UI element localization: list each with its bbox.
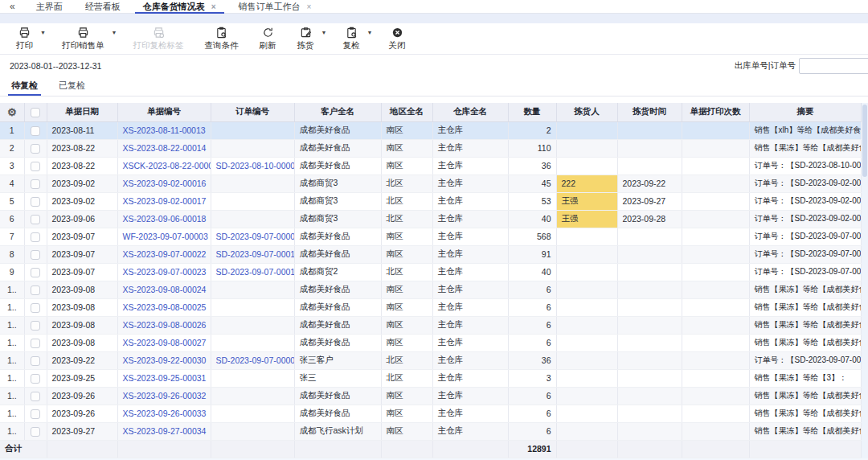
row-select-cell[interactable] bbox=[24, 298, 47, 316]
column-header-pick-time[interactable]: 拣货时间 bbox=[617, 103, 682, 121]
table-row[interactable]: 2 2023-08-22 XS-2023-08-22-00014 成都美好食品 … bbox=[0, 139, 862, 157]
row-checkbox[interactable] bbox=[31, 356, 40, 366]
column-header-print-count[interactable]: 单据打印次数 bbox=[682, 103, 749, 121]
refresh-button[interactable]: 刷新 bbox=[252, 25, 285, 53]
row-select-cell[interactable] bbox=[24, 210, 47, 228]
row-select-cell[interactable] bbox=[24, 139, 47, 157]
doc-no-link[interactable]: XSCK-2023-08-22-00001 bbox=[123, 161, 211, 170]
table-row[interactable]: 1.. 2023-09-26 XS-2023-09-26-00033 成都美好食… bbox=[0, 405, 862, 422]
vertical-scrollbar[interactable] bbox=[862, 103, 868, 458]
table-row[interactable]: 3 2023-08-22 XSCK-2023-08-22-00001 SD-20… bbox=[0, 157, 862, 175]
tab-pending-recheck[interactable]: 待复检 bbox=[11, 80, 38, 96]
print-sales-order-button[interactable]: 打印销售单 ▼ bbox=[54, 25, 113, 53]
row-checkbox[interactable] bbox=[31, 144, 40, 154]
row-select-cell[interactable] bbox=[24, 121, 47, 139]
close-button[interactable]: 关闭 bbox=[381, 25, 414, 53]
tab-rechecked[interactable]: 已复检 bbox=[59, 80, 85, 96]
row-checkbox[interactable] bbox=[31, 197, 40, 207]
doc-no-link[interactable]: XS-2023-09-25-00031 bbox=[123, 373, 207, 383]
doc-no-link[interactable]: XS-2023-09-08-00024 bbox=[123, 285, 207, 294]
collapse-tabs-icon[interactable]: « bbox=[0, 0, 25, 13]
column-header-date[interactable]: 单据日期 bbox=[47, 103, 117, 121]
doc-no-link[interactable]: XS-2023-09-27-00034 bbox=[123, 426, 207, 436]
row-select-cell[interactable] bbox=[24, 369, 47, 387]
column-header-picker[interactable]: 拣货人 bbox=[556, 103, 617, 121]
row-select-cell[interactable] bbox=[24, 192, 47, 210]
scrollbar-thumb[interactable] bbox=[862, 105, 867, 177]
order-no-link[interactable]: SD-2023-09-07-00005 bbox=[216, 355, 295, 365]
gear-icon[interactable]: ⚙ bbox=[7, 106, 17, 118]
row-checkbox[interactable] bbox=[31, 409, 40, 419]
close-tab-icon[interactable]: × bbox=[307, 2, 312, 11]
table-row[interactable]: 6 2023-09-06 XS-2023-09-06-00018 成都商贸3 北… bbox=[0, 210, 862, 228]
column-header-order-no[interactable]: 订单编号 bbox=[211, 103, 294, 121]
row-checkbox[interactable] bbox=[31, 374, 40, 384]
doc-no-link[interactable]: XS-2023-09-22-00030 bbox=[123, 355, 207, 365]
row-checkbox[interactable] bbox=[31, 285, 40, 295]
table-row[interactable]: 7 2023-09-07 WF-2023-09-07-00003 SD-2023… bbox=[0, 228, 862, 245]
table-row[interactable]: 1.. 2023-09-26 XS-2023-09-26-00032 成都美好食… bbox=[0, 387, 862, 405]
table-row[interactable]: 1 2023-08-11 XS-2023-08-11-00013 成都美好食品 … bbox=[0, 121, 862, 139]
order-no-link[interactable]: SD-2023-09-07-00017 bbox=[216, 249, 295, 259]
row-checkbox[interactable] bbox=[31, 321, 40, 331]
row-checkbox[interactable] bbox=[31, 268, 40, 277]
table-row[interactable]: 4 2023-09-02 XS-2023-09-02-00016 成都商贸3 北… bbox=[0, 175, 862, 192]
doc-no-link[interactable]: XS-2023-08-11-00013 bbox=[123, 125, 206, 135]
doc-no-link[interactable]: XS-2023-09-08-00026 bbox=[123, 320, 207, 330]
table-row[interactable]: 1.. 2023-09-08 XS-2023-09-08-00024 成都美好食… bbox=[0, 281, 862, 298]
recheck-button[interactable]: 复检 ▼ bbox=[335, 25, 368, 53]
row-select-cell[interactable] bbox=[24, 245, 47, 263]
tab-warehouse-stock-report[interactable]: 仓库备货情况表 × bbox=[132, 0, 227, 13]
doc-no-link[interactable]: WF-2023-09-07-00003 bbox=[123, 232, 208, 241]
doc-no-link[interactable]: XS-2023-09-07-00022 bbox=[123, 249, 207, 259]
order-no-link[interactable]: SD-2023-08-10-00002 bbox=[216, 161, 295, 170]
table-row[interactable]: 9 2023-09-07 XS-2023-09-07-00023 SD-2023… bbox=[0, 263, 862, 281]
doc-no-link[interactable]: XS-2023-09-08-00027 bbox=[123, 338, 207, 347]
doc-no-link[interactable]: XS-2023-09-02-00017 bbox=[123, 196, 207, 206]
doc-no-link[interactable]: XS-2023-09-06-00018 bbox=[123, 214, 207, 224]
query-conditions-button[interactable]: 查询条件 bbox=[197, 25, 247, 53]
row-checkbox[interactable] bbox=[31, 427, 40, 437]
column-header-qty[interactable]: 数量 bbox=[508, 103, 556, 121]
doc-no-link[interactable]: XS-2023-09-26-00032 bbox=[123, 391, 207, 400]
picking-button[interactable]: 拣货 ▼ bbox=[289, 25, 322, 53]
order-number-search-input[interactable] bbox=[799, 58, 868, 74]
select-all-checkbox[interactable] bbox=[31, 108, 40, 117]
row-checkbox[interactable] bbox=[31, 250, 40, 260]
order-no-link[interactable]: SD-2023-09-07-00009 bbox=[216, 232, 295, 241]
row-checkbox[interactable] bbox=[31, 179, 40, 189]
table-row[interactable]: 1.. 2023-09-08 XS-2023-09-08-00026 成都美好食… bbox=[0, 316, 862, 334]
row-checkbox[interactable] bbox=[31, 215, 40, 224]
close-tab-icon[interactable]: × bbox=[211, 2, 216, 11]
doc-no-link[interactable]: XS-2023-09-02-00016 bbox=[123, 179, 207, 188]
row-select-cell[interactable] bbox=[24, 263, 47, 281]
table-row[interactable]: 5 2023-09-02 XS-2023-09-02-00017 成都商贸3 北… bbox=[0, 192, 862, 210]
chevron-down-icon[interactable]: ▼ bbox=[40, 30, 46, 35]
row-select-cell[interactable] bbox=[24, 351, 47, 369]
chevron-down-icon[interactable]: ▼ bbox=[112, 30, 117, 35]
table-row[interactable]: 8 2023-09-07 XS-2023-09-07-00022 SD-2023… bbox=[0, 245, 862, 263]
table-row[interactable]: 1.. 2023-09-08 XS-2023-09-08-00025 成都美好食… bbox=[0, 298, 862, 316]
column-header-warehouse[interactable]: 仓库全名 bbox=[432, 103, 508, 121]
column-settings-header[interactable]: ⚙ bbox=[0, 103, 24, 121]
row-select-cell[interactable] bbox=[24, 405, 47, 422]
order-no-link[interactable]: SD-2023-09-07-00014 bbox=[216, 267, 295, 277]
row-select-cell[interactable] bbox=[24, 175, 47, 192]
table-row[interactable]: 1.. 2023-09-22 XS-2023-09-22-00030 SD-20… bbox=[0, 351, 862, 369]
column-header-summary[interactable]: 摘要 bbox=[749, 103, 862, 121]
column-header-customer[interactable]: 客户全名 bbox=[294, 103, 381, 121]
row-checkbox[interactable] bbox=[31, 303, 40, 313]
doc-no-link[interactable]: XS-2023-09-26-00033 bbox=[123, 409, 207, 418]
doc-no-link[interactable]: XS-2023-09-08-00025 bbox=[123, 302, 207, 312]
row-checkbox[interactable] bbox=[31, 126, 40, 136]
chevron-down-icon[interactable]: ▼ bbox=[321, 30, 327, 35]
row-select-cell[interactable] bbox=[24, 157, 47, 175]
row-checkbox[interactable] bbox=[31, 339, 40, 348]
table-row[interactable]: 1.. 2023-09-25 XS-2023-09-25-00031 张三 北区… bbox=[0, 369, 862, 387]
doc-no-link[interactable]: XS-2023-08-22-00014 bbox=[123, 143, 207, 153]
table-row[interactable]: 1.. 2023-09-08 XS-2023-09-08-00027 成都美好食… bbox=[0, 334, 862, 351]
chevron-down-icon[interactable]: ▼ bbox=[367, 30, 373, 35]
table-row[interactable]: 1.. 2023-09-27 XS-2023-09-27-00034 成都飞行a… bbox=[0, 422, 862, 440]
tab-main-screen[interactable]: 主界面 bbox=[25, 0, 74, 13]
date-range-filter[interactable]: 2023-08-01--2023-12-31 bbox=[10, 61, 101, 71]
